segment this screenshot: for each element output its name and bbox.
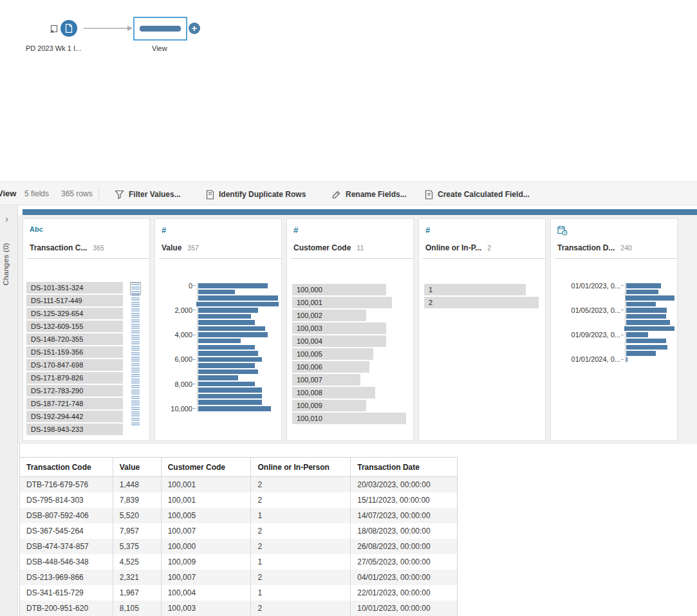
value-row[interactable]: DS-148-720-355 xyxy=(26,333,123,346)
histogram-bar[interactable] xyxy=(626,332,648,337)
field-name[interactable]: Customer Code11 xyxy=(293,243,364,252)
histogram-bar[interactable] xyxy=(198,345,255,350)
value-row[interactable]: DS-172-783-290 xyxy=(26,385,123,398)
histogram-bar[interactable] xyxy=(198,400,262,405)
value-row[interactable]: DS-192-294-442 xyxy=(26,411,123,424)
histogram-bar[interactable] xyxy=(198,387,262,393)
histogram-bar[interactable] xyxy=(198,339,241,344)
histogram-bar[interactable] xyxy=(196,302,279,307)
histogram-bar[interactable] xyxy=(198,290,235,295)
histogram-bar[interactable] xyxy=(626,302,656,307)
histogram-bar[interactable] xyxy=(198,357,262,362)
histogram-bar[interactable] xyxy=(626,295,674,301)
value-row[interactable]: 100,002 xyxy=(292,310,409,322)
table-row[interactable]: DS-213-969-8662,321100,007204/01/2023, 0… xyxy=(20,570,457,585)
histogram-bar[interactable] xyxy=(626,314,666,319)
table-cell: DTB-200-951-620 xyxy=(20,601,113,616)
column-header[interactable]: Customer Code xyxy=(162,458,252,476)
table-cell: 4,525 xyxy=(113,554,162,570)
histogram-bar[interactable] xyxy=(198,363,255,368)
value-row[interactable]: DS-125-329-654 xyxy=(26,308,123,321)
table-row[interactable]: DSB-474-374-8575,375100,000226/08/2023, … xyxy=(20,539,457,554)
value-row[interactable]: 1 xyxy=(424,284,541,297)
value-row[interactable]: DS-151-159-356 xyxy=(26,346,123,359)
profile-card-value[interactable]: #Value35702,0004,0006,0008,00010,000 xyxy=(154,218,282,441)
histogram-bar[interactable] xyxy=(198,332,268,337)
value-row[interactable]: DS-101-351-324 xyxy=(26,282,123,295)
histogram-bar[interactable] xyxy=(198,283,268,288)
histogram-bar[interactable] xyxy=(626,339,666,344)
histogram-bar[interactable] xyxy=(626,283,661,288)
value-row[interactable]: 2 xyxy=(424,297,541,310)
value-frequency-bar: 100,009 xyxy=(292,400,366,411)
column-header[interactable]: Online or In-Person xyxy=(251,458,351,476)
field-name[interactable]: Transaction C...365 xyxy=(30,243,104,252)
histogram-bar[interactable] xyxy=(198,308,258,313)
value-row[interactable]: 100,008 xyxy=(292,387,409,400)
histogram-bar[interactable] xyxy=(626,351,656,356)
field-name[interactable]: Transaction D...240 xyxy=(557,243,632,252)
value-row[interactable]: DS-111-517-449 xyxy=(26,295,123,308)
table-row[interactable]: DS-795-814-3037,839100,001215/11/2023, 0… xyxy=(20,492,457,508)
value-row[interactable]: 100,001 xyxy=(292,297,409,310)
profile-card-transaction-code[interactable]: AbcTransaction C...365DS-101-351-324DS-1… xyxy=(23,218,150,441)
input-node[interactable] xyxy=(60,20,77,37)
column-header[interactable]: Value xyxy=(113,458,162,476)
column-header[interactable]: Transaction Date xyxy=(351,458,457,476)
value-row[interactable]: 100,007 xyxy=(292,374,409,387)
profile-card-customer-code[interactable]: #Customer Code11100,000100,001100,002100… xyxy=(286,218,414,441)
expand-changes-chevron-icon[interactable]: › xyxy=(5,213,8,224)
column-header[interactable]: Transaction Code xyxy=(20,458,113,476)
histogram-bar[interactable] xyxy=(626,320,670,325)
value-row[interactable]: DS-198-943-233 xyxy=(26,424,123,436)
histogram-bar[interactable] xyxy=(198,320,255,325)
histogram-bar[interactable] xyxy=(626,345,667,350)
toolbar-button-filter-values[interactable]: Filter Values... xyxy=(115,187,181,201)
value-density-scrollbar[interactable] xyxy=(131,282,140,425)
histogram-bar[interactable] xyxy=(198,351,258,356)
histogram-bar[interactable] xyxy=(624,326,674,331)
table-row[interactable]: DSB-448-546-3484,525100,009127/05/2023, … xyxy=(20,554,457,570)
histogram-bar[interactable] xyxy=(198,326,265,331)
clean-step-node-selected[interactable] xyxy=(133,17,187,41)
histogram-bar[interactable] xyxy=(626,357,627,362)
histogram-bar[interactable] xyxy=(626,290,658,295)
add-step-button[interactable]: + xyxy=(189,23,200,34)
table-row[interactable]: DTB-200-951-6208,105100,003210/01/2023, … xyxy=(20,601,457,616)
value-row[interactable]: 100,006 xyxy=(292,361,409,374)
field-name[interactable]: Online or In-P...2 xyxy=(425,243,491,252)
value-row[interactable]: DS-171-879-826 xyxy=(26,372,123,385)
value-row[interactable]: 100,005 xyxy=(292,348,409,361)
table-row[interactable]: DS-341-615-7291,967100,004122/01/2023, 0… xyxy=(20,585,457,601)
value-frequency-bar: DS-111-517-449 xyxy=(26,295,123,306)
changes-panel-label[interactable]: Changes (0) xyxy=(2,243,10,286)
profile-pane-horizontal-scrollbar[interactable] xyxy=(23,209,697,215)
value-row[interactable]: DS-132-609-155 xyxy=(26,321,123,333)
value-list: 100,000100,001100,002100,003100,004100,0… xyxy=(292,284,409,425)
histogram-bar[interactable] xyxy=(198,369,258,375)
toolbar-button-rename-fields[interactable]: Rename Fields... xyxy=(331,187,407,201)
profile-card-online-or-in-person[interactable]: #Online or In-P...212 xyxy=(418,218,546,441)
table-row[interactable]: DSB-807-592-4065,520100,005114/07/2023, … xyxy=(20,508,457,523)
density-scroll-thumb[interactable] xyxy=(130,282,141,295)
table-row[interactable]: DTB-716-679-5761,448100,001220/03/2023, … xyxy=(20,477,457,492)
value-row[interactable]: DS-187-721-748 xyxy=(26,398,123,411)
histogram-bar[interactable] xyxy=(198,314,251,319)
value-row[interactable]: 100,009 xyxy=(292,400,409,413)
histogram-bar[interactable] xyxy=(626,308,667,313)
histogram-bar[interactable] xyxy=(198,382,255,387)
value-row[interactable]: 100,000 xyxy=(292,284,409,297)
histogram-bar[interactable] xyxy=(198,394,262,399)
histogram-bar[interactable] xyxy=(198,406,271,411)
table-row[interactable]: DS-367-545-2647,957100,007218/08/2023, 0… xyxy=(20,523,457,539)
value-row[interactable]: 100,010 xyxy=(292,413,409,425)
toolbar-button-create-calculated-field[interactable]: Create Calculated Field... xyxy=(425,187,530,201)
value-row[interactable]: 100,004 xyxy=(292,335,409,348)
profile-card-transaction-date[interactable]: Transaction D...24001/01/2023, 0...01/05… xyxy=(550,218,678,441)
field-name[interactable]: Value357 xyxy=(162,243,199,252)
value-row[interactable]: 100,003 xyxy=(292,322,409,335)
histogram-bar[interactable] xyxy=(198,375,238,380)
toolbar-button-identify-duplicate-rows[interactable]: Identify Duplicate Rows xyxy=(206,187,306,201)
histogram-bar[interactable] xyxy=(198,295,278,301)
value-row[interactable]: DS-170-847-698 xyxy=(26,359,123,372)
